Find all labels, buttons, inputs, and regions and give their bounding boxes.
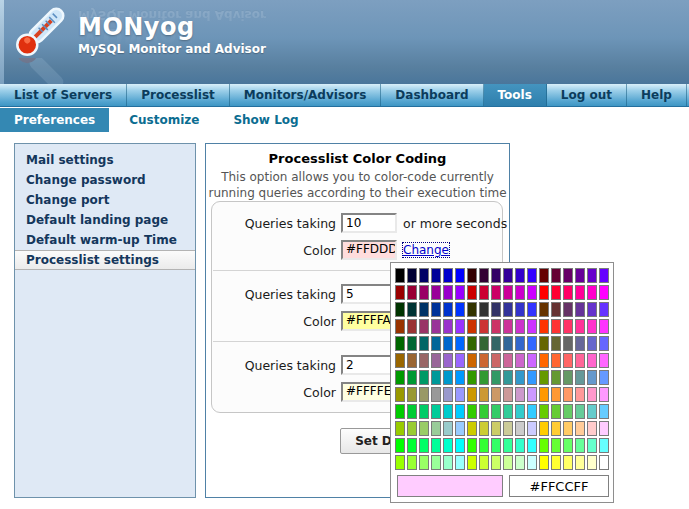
color-swatch[interactable] — [431, 302, 441, 317]
color-swatch[interactable] — [467, 285, 477, 300]
color-swatch[interactable] — [599, 370, 609, 385]
color-swatch[interactable] — [575, 336, 585, 351]
color-swatch[interactable] — [443, 404, 453, 419]
nav-tab-monitors-advisors[interactable]: Monitors/Advisors — [230, 84, 382, 106]
seconds-input-1[interactable] — [341, 213, 397, 233]
color-swatch[interactable] — [443, 336, 453, 351]
color-swatch[interactable] — [419, 336, 429, 351]
color-swatch[interactable] — [407, 404, 417, 419]
color-swatch[interactable] — [419, 438, 429, 453]
color-swatch[interactable] — [431, 438, 441, 453]
color-swatch[interactable] — [479, 387, 489, 402]
color-swatch[interactable] — [431, 285, 441, 300]
color-swatch[interactable] — [407, 268, 417, 283]
color-swatch[interactable] — [431, 268, 441, 283]
color-swatch[interactable] — [407, 387, 417, 402]
color-swatch[interactable] — [395, 336, 405, 351]
color-swatch[interactable] — [467, 319, 477, 334]
color-swatch[interactable] — [587, 421, 597, 436]
nav-tab-list-of-servers[interactable]: List of Servers — [0, 84, 127, 106]
color-swatch[interactable] — [491, 353, 501, 368]
color-swatch[interactable] — [431, 404, 441, 419]
color-swatch[interactable] — [575, 268, 585, 283]
color-swatch[interactable] — [515, 370, 525, 385]
color-swatch[interactable] — [431, 387, 441, 402]
color-swatch[interactable] — [599, 387, 609, 402]
color-swatch[interactable] — [539, 387, 549, 402]
color-swatch[interactable] — [407, 302, 417, 317]
color-swatch[interactable] — [419, 353, 429, 368]
color-swatch[interactable] — [527, 302, 537, 317]
color-swatch[interactable] — [419, 319, 429, 334]
color-swatch[interactable] — [563, 336, 573, 351]
color-swatch[interactable] — [419, 302, 429, 317]
color-swatch[interactable] — [527, 404, 537, 419]
color-swatch[interactable] — [539, 302, 549, 317]
color-swatch[interactable] — [563, 421, 573, 436]
color-swatch[interactable] — [515, 268, 525, 283]
color-swatch[interactable] — [455, 285, 465, 300]
color-swatch[interactable] — [575, 353, 585, 368]
color-swatch[interactable] — [443, 438, 453, 453]
color-swatch[interactable] — [395, 302, 405, 317]
color-value-field-1[interactable]: #FFDDDD — [341, 240, 397, 260]
color-swatch[interactable] — [539, 336, 549, 351]
color-swatch[interactable] — [551, 268, 561, 283]
color-swatch[interactable] — [527, 370, 537, 385]
color-swatch[interactable] — [575, 455, 585, 470]
sidebar-item-default-landing-page[interactable]: Default landing page — [15, 210, 195, 230]
color-swatch[interactable] — [563, 302, 573, 317]
color-swatch[interactable] — [479, 336, 489, 351]
color-swatch[interactable] — [479, 421, 489, 436]
color-swatch[interactable] — [491, 421, 501, 436]
color-swatch[interactable] — [527, 319, 537, 334]
color-swatch[interactable] — [515, 387, 525, 402]
color-swatch[interactable] — [443, 353, 453, 368]
sidebar-item-processlist-settings[interactable]: Processlist settings — [15, 250, 195, 270]
color-swatch[interactable] — [443, 285, 453, 300]
color-swatch[interactable] — [419, 421, 429, 436]
color-swatch[interactable] — [551, 302, 561, 317]
color-swatch[interactable] — [443, 387, 453, 402]
nav-tab-log-out[interactable]: Log out — [547, 84, 627, 106]
color-swatch[interactable] — [491, 455, 501, 470]
color-swatch[interactable] — [467, 370, 477, 385]
color-swatch[interactable] — [479, 268, 489, 283]
color-swatch[interactable] — [407, 336, 417, 351]
sidebar-item-change-password[interactable]: Change password — [15, 170, 195, 190]
color-swatch[interactable] — [419, 370, 429, 385]
color-swatch[interactable] — [455, 421, 465, 436]
color-swatch[interactable] — [395, 421, 405, 436]
color-swatch[interactable] — [551, 353, 561, 368]
color-swatch[interactable] — [599, 319, 609, 334]
color-swatch[interactable] — [599, 421, 609, 436]
color-swatch[interactable] — [515, 404, 525, 419]
color-swatch[interactable] — [419, 387, 429, 402]
selected-color-hex-input[interactable] — [509, 475, 609, 497]
color-swatch[interactable] — [431, 336, 441, 351]
color-swatch[interactable] — [467, 268, 477, 283]
color-swatch[interactable] — [599, 336, 609, 351]
color-swatch[interactable] — [551, 387, 561, 402]
color-swatch[interactable] — [587, 370, 597, 385]
color-swatch[interactable] — [563, 285, 573, 300]
color-swatch[interactable] — [515, 302, 525, 317]
color-swatch[interactable] — [479, 404, 489, 419]
color-swatch[interactable] — [587, 438, 597, 453]
color-swatch[interactable] — [551, 404, 561, 419]
color-swatch[interactable] — [599, 438, 609, 453]
color-swatch[interactable] — [479, 455, 489, 470]
color-swatch[interactable] — [479, 438, 489, 453]
color-swatch[interactable] — [575, 302, 585, 317]
color-swatch[interactable] — [467, 336, 477, 351]
color-swatch[interactable] — [479, 285, 489, 300]
sidebar-item-default-warm-up-time[interactable]: Default warm-up Time — [15, 230, 195, 250]
color-swatch[interactable] — [491, 285, 501, 300]
color-swatch[interactable] — [515, 438, 525, 453]
color-swatch[interactable] — [503, 438, 513, 453]
color-swatch[interactable] — [539, 421, 549, 436]
color-swatch[interactable] — [455, 302, 465, 317]
color-swatch[interactable] — [419, 285, 429, 300]
color-swatch[interactable] — [491, 404, 501, 419]
color-swatch[interactable] — [491, 319, 501, 334]
